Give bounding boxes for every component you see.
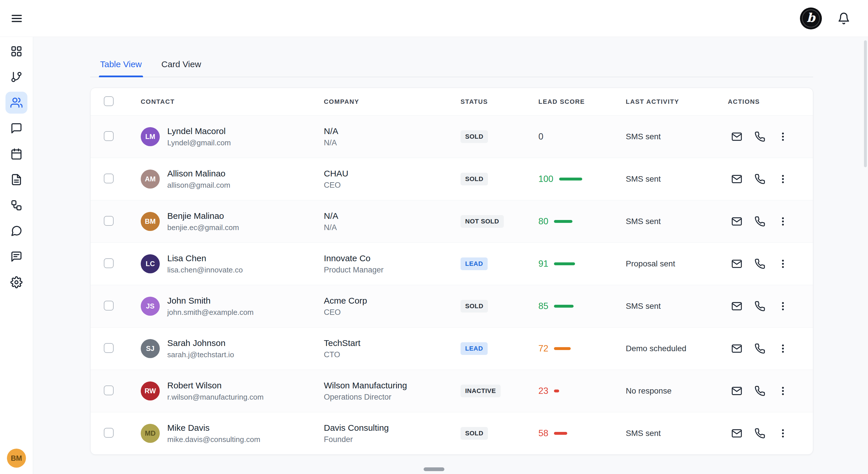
row-checkbox[interactable] <box>104 343 114 353</box>
email-action-button[interactable] <box>730 427 743 440</box>
main-content: Table View Card View CONTACT COMPANY STA… <box>33 37 868 474</box>
call-action-button[interactable] <box>753 384 767 398</box>
topbar: b <box>0 0 868 37</box>
lead-score-cell: 85 <box>538 301 626 311</box>
lead-score-bar <box>554 262 575 265</box>
company-cell: CHAU CEO <box>324 169 461 190</box>
row-checkbox[interactable] <box>104 258 114 268</box>
company-cell: Acme Corp CEO <box>324 296 461 317</box>
table-row: BM Benjie Malinao benjie.ec@gmail.com N/… <box>91 200 813 243</box>
kebab-menu-icon <box>777 343 788 354</box>
contact-name: Lisa Chen <box>167 253 243 263</box>
call-action-button[interactable] <box>753 130 767 143</box>
row-checkbox[interactable] <box>104 428 114 438</box>
company-name: N/A <box>324 126 461 136</box>
company-cell: Innovate Co Product Manager <box>324 253 461 275</box>
lead-score-cell: 0 <box>538 131 626 142</box>
contact-email: benjie.ec@gmail.com <box>167 223 239 232</box>
table-row: LC Lisa Chen lisa.chen@innovate.co Innov… <box>91 243 813 285</box>
company-name: N/A <box>324 211 461 221</box>
last-activity: Proposal sent <box>626 259 728 268</box>
call-action-button[interactable] <box>753 172 767 186</box>
column-header-contact: CONTACT <box>141 98 324 105</box>
more-actions-button[interactable] <box>776 427 789 440</box>
row-checkbox[interactable] <box>104 216 114 226</box>
brand-logo[interactable]: b <box>800 7 822 29</box>
sidebar-item-automations[interactable] <box>5 194 27 216</box>
more-actions-button[interactable] <box>776 299 789 313</box>
kebab-menu-icon <box>777 216 788 227</box>
lead-score-value: 100 <box>538 174 553 184</box>
settings-icon <box>10 276 23 288</box>
email-action-button[interactable] <box>730 299 743 313</box>
call-action-button[interactable] <box>753 299 767 313</box>
status-cell: SOLD <box>461 130 538 143</box>
mail-icon <box>731 301 742 312</box>
sidebar-user-avatar[interactable]: BM <box>7 449 26 468</box>
row-checkbox[interactable] <box>104 131 114 141</box>
last-activity: SMS sent <box>626 302 728 311</box>
avatar: MD <box>141 424 160 443</box>
last-activity: SMS sent <box>626 175 728 184</box>
company-cell: N/A N/A <box>324 126 461 147</box>
email-action-button[interactable] <box>730 172 743 186</box>
lead-score-value: 23 <box>538 386 548 396</box>
status-badge: SOLD <box>461 173 488 185</box>
sidebar-item-messages[interactable] <box>5 246 27 267</box>
contact-name: Allison Malinao <box>167 169 230 179</box>
email-action-button[interactable] <box>730 342 743 355</box>
company-name: Wilson Manufacturing <box>324 381 461 390</box>
mail-icon <box>731 173 742 185</box>
lead-score-value: 80 <box>538 216 548 227</box>
more-actions-button[interactable] <box>776 215 789 228</box>
company-name: CHAU <box>324 169 461 179</box>
call-action-button[interactable] <box>753 427 767 440</box>
sidebar-item-contacts[interactable] <box>5 92 27 114</box>
sidebar-item-chat[interactable] <box>5 220 27 242</box>
phone-icon <box>754 301 765 312</box>
contact-email: sarah.j@techstart.io <box>167 350 234 359</box>
bell-icon <box>837 12 850 25</box>
email-action-button[interactable] <box>730 130 743 143</box>
kebab-menu-icon <box>777 301 788 312</box>
sidebar-item-dashboard[interactable] <box>5 40 27 62</box>
chat-bubble-icon <box>10 122 23 134</box>
lead-score-cell: 23 <box>538 386 626 396</box>
mail-icon <box>731 385 742 397</box>
row-checkbox[interactable] <box>104 173 114 183</box>
row-checkbox[interactable] <box>104 385 114 395</box>
contact-cell: LM Lyndel Macorol Lyndel@gmail.com <box>141 126 324 147</box>
email-action-button[interactable] <box>730 384 743 398</box>
company-role: Operations Director <box>324 393 461 402</box>
tab-table-view[interactable]: Table View <box>90 59 152 77</box>
contact-email: Lyndel@gmail.com <box>167 138 231 147</box>
sidebar-item-conversations[interactable] <box>5 117 27 139</box>
sidebar-item-pipelines[interactable] <box>5 66 27 88</box>
horizontal-scroll-handle[interactable] <box>424 467 444 471</box>
sidebar-item-settings[interactable] <box>5 271 27 293</box>
sidebar-item-documents[interactable] <box>5 169 27 191</box>
row-checkbox[interactable] <box>104 301 114 311</box>
sidebar-item-calendar[interactable] <box>5 143 27 165</box>
document-icon <box>10 173 23 186</box>
notifications-button[interactable] <box>836 10 852 27</box>
call-action-button[interactable] <box>753 215 767 228</box>
more-actions-button[interactable] <box>776 342 789 355</box>
call-action-button[interactable] <box>753 257 767 271</box>
calendar-icon <box>10 148 23 160</box>
email-action-button[interactable] <box>730 215 743 228</box>
contacts-icon <box>10 97 23 109</box>
call-action-button[interactable] <box>753 342 767 355</box>
more-actions-button[interactable] <box>776 130 789 143</box>
menu-toggle-button[interactable] <box>7 9 26 28</box>
contact-email: lisa.chen@innovate.co <box>167 265 243 275</box>
email-action-button[interactable] <box>730 257 743 271</box>
tab-card-view[interactable]: Card View <box>152 59 211 77</box>
vertical-scrollbar-thumb[interactable] <box>864 40 867 167</box>
more-actions-button[interactable] <box>776 172 789 186</box>
column-header-last-activity: LAST ACTIVITY <box>626 98 728 105</box>
more-actions-button[interactable] <box>776 257 789 271</box>
select-all-checkbox[interactable] <box>104 96 114 106</box>
status-cell: SOLD <box>461 173 538 185</box>
more-actions-button[interactable] <box>776 384 789 398</box>
